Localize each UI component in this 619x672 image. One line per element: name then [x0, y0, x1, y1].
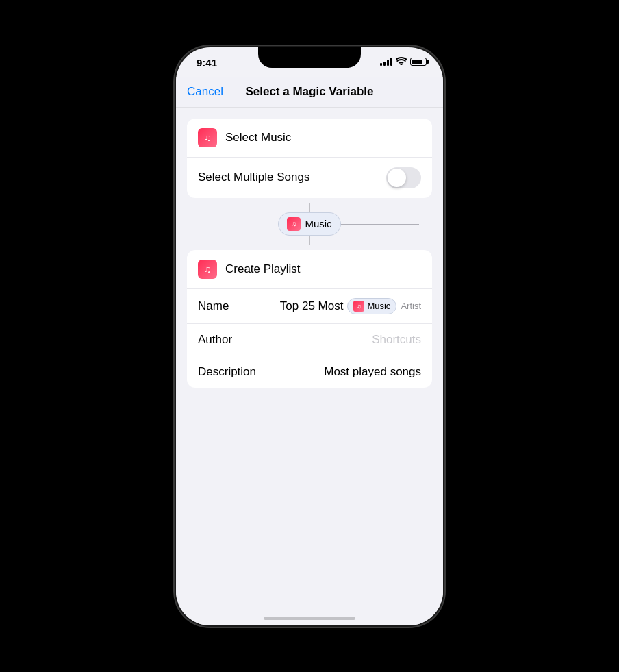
status-time: 9:41 [197, 57, 217, 69]
svg-point-0 [401, 63, 403, 65]
name-label: Name [198, 299, 266, 313]
magic-variable-label: Music [305, 218, 331, 229]
description-text: Most played songs [324, 365, 421, 379]
description-row[interactable]: Description Most played songs [187, 356, 432, 388]
phone-frame: 9:41 Cancel Select a Ma [176, 47, 443, 625]
tag-music-icon: ♫ [353, 301, 364, 312]
author-label: Author [198, 333, 266, 347]
cancel-button[interactable]: Cancel [187, 85, 223, 99]
toggle-knob [388, 169, 406, 187]
author-placeholder: Shortcuts [372, 333, 421, 347]
create-playlist-header: ♫ Create Playlist [187, 250, 432, 289]
create-playlist-note-icon: ♫ [204, 264, 212, 275]
select-multiple-songs-label: Select Multiple Songs [198, 171, 386, 184]
name-row[interactable]: Name Top 25 Most ♫ Music Artist [187, 289, 432, 324]
description-label: Description [198, 365, 266, 379]
bubble-music-note: ♫ [292, 220, 297, 227]
magic-variable-container: ♫ Music [176, 203, 443, 245]
nav-bar: Cancel Select a Magic Variable [176, 77, 443, 108]
select-music-row[interactable]: ♫ Select Music [187, 119, 432, 158]
author-row[interactable]: Author Shortcuts [187, 324, 432, 356]
magic-variable-bubble[interactable]: ♫ Music [278, 212, 340, 236]
home-indicator [264, 617, 355, 620]
artist-tag-label: Artist [401, 301, 421, 311]
content-area: ♫ Select Music Select Multiple Songs ♫ M… [176, 108, 443, 625]
create-playlist-label: Create Playlist [225, 262, 421, 276]
notch [258, 47, 361, 68]
bubble-music-icon: ♫ [287, 217, 301, 231]
create-playlist-card: ♫ Create Playlist Name Top 25 Most ♫ Mus… [187, 250, 432, 388]
create-playlist-music-icon: ♫ [198, 260, 217, 279]
music-tag-label: Music [367, 301, 390, 311]
page-title: Select a Magic Variable [245, 85, 373, 99]
select-multiple-songs-row: Select Multiple Songs [187, 158, 432, 198]
description-value-container: Most played songs [266, 365, 421, 379]
tag-music-note: ♫ [357, 303, 362, 310]
wifi-icon [396, 57, 407, 67]
name-text: Top 25 Most [280, 299, 344, 313]
battery-icon [410, 58, 427, 66]
name-value-container: Top 25 Most ♫ Music Artist [266, 298, 421, 314]
select-music-card: ♫ Select Music Select Multiple Songs [187, 119, 432, 198]
music-note-icon: ♫ [204, 132, 212, 143]
select-multiple-toggle[interactable] [386, 167, 421, 188]
select-music-label: Select Music [225, 131, 421, 145]
music-tag-bubble: ♫ Music [347, 298, 396, 314]
author-value-container: Shortcuts [266, 333, 421, 347]
status-icons [380, 57, 427, 67]
select-music-icon: ♫ [198, 128, 217, 147]
signal-bars-icon [380, 58, 392, 66]
